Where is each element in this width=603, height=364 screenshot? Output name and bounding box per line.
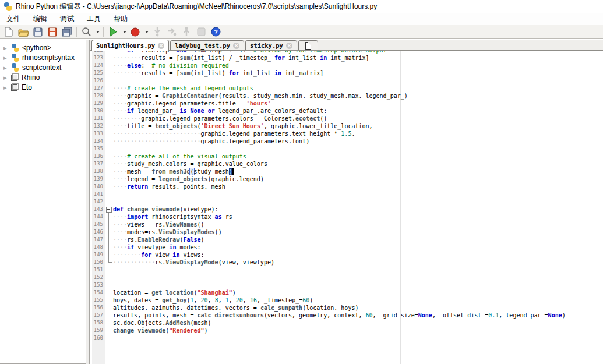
fold-marker-icon[interactable] [105,206,113,213]
code-line[interactable]: 137····study_mesh.colors = graphic.value… [92,160,603,168]
code-text: ····if legend_par_ is None or legend_par… [113,107,327,115]
open-file-button[interactable] [16,26,30,38]
code-line[interactable]: 132····title = text_objects('Direct Sun … [92,122,603,130]
code-line[interactable]: 131········graphic.legend_parameters.col… [92,115,603,122]
code-line[interactable]: 124····else: # no division required [92,62,603,69]
help-button[interactable]: ? [209,26,223,38]
tree-item-rhino[interactable]: ▸ Rhino [0,72,86,82]
chevron-right-icon[interactable]: ▸ [3,75,8,80]
line-number: 138 [92,168,105,175]
close-icon[interactable]: ✕ [158,43,164,49]
code-line[interactable]: 136····# create all of the visual output… [92,153,603,160]
fold-marker-icon [105,213,113,221]
chevron-right-icon[interactable]: ▸ [3,55,8,61]
new-file-button[interactable] [2,26,16,38]
save-all-button[interactable] [60,26,74,38]
code-line[interactable]: 145····views = rs.ViewNames() [92,221,603,228]
code-line[interactable]: 152 [92,274,603,281]
code-line[interactable]: 144····import rhinoscriptsyntax as rs [92,213,603,221]
code-line[interactable]: 149········for view in views: [92,251,603,259]
code-line[interactable]: 148····if viewtype in modes: [92,243,603,251]
chevron-right-icon[interactable]: ▸ [3,65,8,70]
code-line[interactable]: 141 [92,190,603,198]
tree-item-scriptcontext[interactable]: ▸ scriptcontext [0,62,86,72]
fold-margin [105,304,113,312]
line-number: 159 [92,327,105,334]
breakpoint-dropdown-button[interactable] [143,26,150,38]
line-number: 133 [92,130,105,137]
tree-item-rhinoscriptsyntax[interactable]: ▸ rhinoscriptsyntax [0,52,86,62]
step-over-button[interactable] [165,26,179,38]
fold-marker-icon [105,243,113,251]
tree-item-label: rhinoscriptsyntax [22,54,75,62]
code-line[interactable]: 154location = get_location("Shanghai") [92,289,603,296]
code-line[interactable]: 134·························graphic.lege… [92,137,603,145]
run-button[interactable] [106,26,120,38]
code-line[interactable]: 133·························graphic.lege… [92,130,603,137]
close-icon[interactable]: ✕ [233,43,239,49]
code-line[interactable]: 160 [92,334,603,342]
save-button[interactable] [31,26,45,38]
code-line[interactable]: 143def change_viewmode(viewtype): [92,206,603,213]
tab-sunlighthours[interactable]: SunlightHours.py ✕ [91,40,169,51]
chevron-right-icon[interactable]: ▸ [3,45,8,51]
code-line[interactable]: 139····legend = legend_objects(graphic.l… [92,175,603,183]
fold-margin [105,312,113,319]
chevron-right-icon[interactable]: ▸ [3,84,8,90]
step-out-button[interactable] [179,26,193,38]
line-number: 155 [92,296,105,304]
code-editor[interactable]: 122····if _timestep_ and _timestep_ != 1… [90,51,603,364]
code-line[interactable]: 125········results = [sum(int_list) for … [92,69,603,77]
menu-bar: 文件 编辑 调试 工具 帮助 [0,13,603,25]
code-line[interactable]: 157results, points, mesh = calc_directsu… [92,312,603,319]
code-text: def change_viewmode(viewtype): [113,206,218,213]
code-line[interactable]: 130····if legend_par_ is None or legend_… [92,107,603,115]
code-line[interactable]: 128····graphic = GraphicContainer(result… [92,92,603,100]
code-line[interactable]: 126 [92,77,603,84]
code-line[interactable]: 135 [92,145,603,153]
line-number: 150 [92,259,105,266]
tree-item-eto[interactable]: ▸ Eto [0,82,86,92]
code-line[interactable]: 129····graphic.legend_parameters.title =… [92,100,603,107]
code-line[interactable]: 127····# create the mesh and legend outp… [92,84,603,92]
code-line[interactable]: 142 [92,198,603,206]
menu-debug[interactable]: 调试 [54,13,80,25]
code-line[interactable]: 140····return results, points, mesh [92,183,603,190]
line-number: 123 [92,54,105,62]
code-line[interactable]: 158sc.doc.Objects.AddMesh(mesh) [92,319,603,327]
code-line[interactable]: 155hoys, dates = get_hoy(1, 20, 8, 1, 20… [92,296,603,304]
tab-sticky[interactable]: sticky.py ✕ [245,40,297,50]
menu-tools[interactable]: 工具 [80,13,107,25]
new-tab-button[interactable] [298,40,318,50]
search-dropdown-button[interactable] [94,26,101,38]
close-icon[interactable]: ✕ [286,43,292,49]
search-button[interactable] [79,26,93,38]
code-line[interactable]: 151 [92,266,603,274]
code-line[interactable]: 146····modes=rs.ViewDisplayModes() [92,228,603,236]
save-as-button[interactable] [45,26,59,38]
fold-margin [105,145,113,153]
menu-file[interactable]: 文件 [0,13,27,25]
code-line[interactable]: 123········results = [sum(int_list) / _t… [92,54,603,62]
run-dropdown-button[interactable] [121,26,128,38]
code-line[interactable]: 138····mesh = from_mesh3d(study_mesh) [92,168,603,175]
menu-help[interactable]: 帮助 [107,13,134,25]
stop-button[interactable] [194,26,208,38]
code-line[interactable]: 147····rs.EnableRedraw(False) [92,236,603,243]
tab-ladybug-test[interactable]: ladybug_test.py ✕ [170,40,244,50]
editor-panel: SunlightHours.py ✕ ladybug_test.py ✕ sti… [89,40,603,364]
code-line[interactable]: 156altitudes, azimuths, datetimes, vecto… [92,304,603,312]
step-over-icon [167,27,177,37]
code-text: ····return results, points, mesh [113,183,225,190]
breakpoint-button[interactable] [128,26,142,38]
step-into-button[interactable] [150,26,164,38]
tree-item-python[interactable]: ▸ <python> [0,43,86,52]
code-line[interactable]: 150············rs.ViewDisplayMode(view, … [92,259,603,266]
run-dropdown-icon [123,31,126,33]
code-text: location = get_location("Shanghai") [113,289,236,296]
line-number: 139 [92,175,105,183]
window-title: Rhino Python 编辑器 - C:\Users\jiangc-l\App… [16,2,377,12]
menu-edit[interactable]: 编辑 [27,13,54,25]
code-line[interactable]: 159change_viewmode("Rendered") [92,327,603,334]
code-line[interactable]: 153 [92,281,603,289]
